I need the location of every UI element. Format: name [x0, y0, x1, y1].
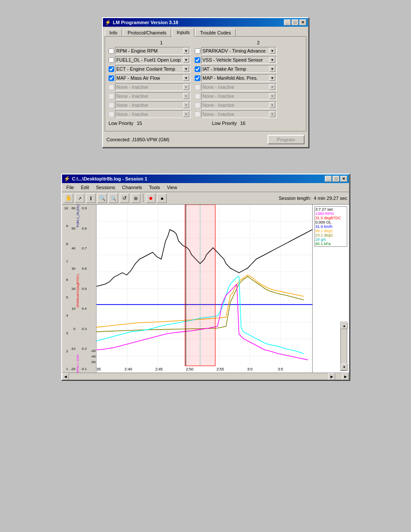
legend-panel: 3:7.27 sec 1380 RPM 31.5 degBTDC 0.000 O…	[312, 205, 349, 373]
toolbar-separator1	[143, 194, 143, 202]
input-row-1: FUEL1_OL - Fuel1 Open Loop ▼ VSS - Vehic…	[109, 56, 302, 64]
legend-rpm: 1380 RPM	[315, 212, 346, 216]
menu-channels[interactable]: Channels	[119, 184, 144, 191]
program-button[interactable]: Program	[268, 135, 305, 144]
log-maximize-button[interactable]: □	[333, 176, 339, 182]
checkbox-row2-col1[interactable]	[109, 66, 114, 72]
tab-info[interactable]: Info	[105, 29, 122, 36]
checkbox-row4-col1[interactable]	[109, 84, 114, 90]
chart-main: 35 2:40 2:45 2:50 2:55 3:0 3:5	[97, 205, 312, 373]
priority2-label: Low Priority	[212, 121, 237, 126]
dropdown-row4-col1[interactable]: None - Inactive ▼	[115, 83, 190, 91]
menu-edit[interactable]: Edit	[78, 184, 92, 191]
session-length: Session length: 4 min 29.27 sec	[279, 196, 347, 201]
input-row-0: RPM - Engine RPM ▼ SPARKADV - Timing Adv…	[109, 47, 302, 55]
dropdown-row3-col2-text: MAP - Manifold Abs. Pres.	[202, 75, 269, 81]
legend-scrollbar[interactable]: ▲ ▼	[340, 322, 347, 371]
toolbar-hand[interactable]: ✋	[64, 193, 73, 203]
legend-sparkadv: 31.5 degBTDC	[315, 216, 346, 220]
tab-protocol-channels[interactable]: Protocol/Channels	[123, 29, 171, 36]
dropdown-row0-col2[interactable]: SPARKADV - Timing Advance ▼	[201, 47, 277, 55]
dropdown-row7-col1[interactable]: None - Inactive ▼	[115, 110, 190, 118]
checkbox-row3-col2[interactable]	[195, 75, 200, 81]
checkbox-row6-col1[interactable]	[109, 103, 114, 108]
priority2-section: Low Priority 16	[212, 121, 302, 126]
priority1-value: 15	[137, 121, 142, 126]
checkbox-row6-col2[interactable]	[195, 103, 200, 108]
checkbox-row4-col2[interactable]	[195, 84, 200, 90]
session-length-label: Session length:	[279, 196, 311, 201]
dropdown-row1-col1[interactable]: FUEL1_OL - Fuel1 Open Loop ▼	[115, 56, 190, 64]
log-app-icon: ⚡	[64, 176, 70, 182]
legend-ect: 90.1 degC	[315, 229, 346, 233]
menu-sessions[interactable]: Sessions	[93, 184, 118, 191]
checkbox-row3-col1[interactable]	[109, 75, 114, 81]
dropdown-row7-col1-text: None - Inactive	[116, 112, 183, 117]
legend-scrollable[interactable]: 3:7.27 sec 1380 RPM 31.5 degBTDC 0.000 O…	[314, 206, 347, 247]
toolbar-record[interactable]: ●	[146, 193, 156, 203]
dropdown-row6-col1[interactable]: None - Inactive ▼	[115, 101, 190, 109]
svg-text:3:0: 3:0	[247, 367, 253, 371]
programmer-title: LM Programmer Version 3.18	[113, 20, 178, 25]
scroll-up-btn[interactable]: ▲	[341, 322, 348, 329]
toolbar-info[interactable]: I	[86, 193, 96, 203]
checkbox-row1-col1[interactable]	[109, 57, 114, 63]
dropdown-row5-col2[interactable]: None - Inactive ▼	[201, 92, 277, 100]
menu-tools[interactable]: Tools	[146, 184, 163, 191]
toolbar-cursor[interactable]: ↗	[75, 193, 84, 203]
dropdown-row0-col1[interactable]: RPM - Engine RPM ▼	[115, 47, 190, 55]
tab-trouble-codes[interactable]: Trouble Codes	[195, 29, 236, 36]
toolbar-zoom-out[interactable]: 🔍	[109, 193, 118, 203]
dropdown-row7-col2[interactable]: None - Inactive ▼	[201, 110, 277, 118]
dropdown-row5-col1[interactable]: None - Inactive ▼	[115, 92, 190, 100]
dropdown-row3-col1[interactable]: MAF - Mass Air Flow ▼	[115, 74, 190, 82]
dropdown-row4-col2[interactable]: None - Inactive ▼	[201, 83, 277, 91]
h-scrollbar[interactable]: ◀ ▶ ▶	[62, 373, 349, 380]
log-title-bar[interactable]: ⚡ C:\...\Desktop\tr8b.log - Session 1 _ …	[62, 174, 349, 183]
menu-view[interactable]: View	[165, 184, 180, 191]
dropdown-arrow: ▼	[269, 48, 275, 54]
dropdown-row1-col1-text: FUEL1_OL - Fuel1 Open Loop	[116, 57, 183, 62]
dropdown-row3-col1-text: MAF - Mass Air Flow	[116, 75, 183, 81]
toolbar-zoom-in[interactable]: 🔍	[97, 193, 107, 203]
minimize-button[interactable]: _	[284, 19, 291, 25]
dropdown-row6-col1-text: None - Inactive	[116, 103, 183, 108]
checkbox-row7-col1[interactable]	[109, 112, 114, 117]
scroll-right-btn-main[interactable]: ▶	[328, 373, 335, 380]
checkbox-row5-col2[interactable]	[195, 93, 200, 99]
maximize-button[interactable]: □	[292, 19, 299, 25]
scroll-track	[341, 329, 347, 364]
dropdown-arrow: ▼	[269, 66, 275, 72]
dropdown-row7-col2-text: None - Inactive	[202, 112, 269, 117]
input-row-6: None - Inactive ▼ None - Inactive ▼	[109, 101, 302, 109]
checkbox-row1-col2[interactable]	[195, 57, 200, 63]
checkbox-row2-col2[interactable]	[195, 66, 200, 72]
log-minimize-button[interactable]: _	[325, 176, 332, 182]
session-length-value: 4 min 29.27 sec	[314, 196, 347, 201]
tab-inputs[interactable]: Inputs	[172, 28, 194, 37]
h-scroll-spacer	[335, 373, 342, 380]
programmer-window: ⚡ LM Programmer Version 3.18 _ □ ✕ Info …	[102, 17, 309, 148]
programmer-title-bar[interactable]: ⚡ LM Programmer Version 3.18 _ □ ✕	[103, 18, 308, 27]
checkbox-row0-col2[interactable]	[195, 48, 200, 54]
close-button[interactable]: ✕	[299, 19, 306, 25]
dropdown-row2-col2[interactable]: IAT - Intake Air Temp ▼	[201, 65, 277, 73]
column1-header: 1	[109, 40, 206, 45]
checkbox-row0-col1[interactable]	[109, 48, 114, 54]
log-close-button[interactable]: ✕	[340, 176, 347, 182]
dropdown-row1-col2[interactable]: VSS - Vehicle Speed Sensor ▼	[201, 56, 277, 64]
menu-file[interactable]: File	[64, 184, 77, 191]
scroll-left-btn[interactable]: ◀	[62, 373, 69, 380]
dropdown-row3-col2[interactable]: MAP - Manifold Abs. Pres. ▼	[201, 74, 277, 82]
scroll-down-btn[interactable]: ▼	[341, 364, 348, 370]
toolbar-grid[interactable]: ⊞	[131, 193, 140, 203]
dropdown-row1-col2-text: VSS - Vehicle Speed Sensor	[202, 57, 269, 62]
input-row-5: None - Inactive ▼ None - Inactive ▼	[109, 92, 302, 100]
scroll-right-btn-legend[interactable]: ▶	[342, 373, 349, 380]
dropdown-row2-col1[interactable]: ECT - Engine Coolant Temp ▼	[115, 65, 190, 73]
toolbar-undo[interactable]: ↺	[120, 193, 129, 203]
checkbox-row5-col1[interactable]	[109, 93, 114, 99]
toolbar-stop[interactable]: ■	[157, 193, 167, 203]
checkbox-row7-col2[interactable]	[195, 112, 200, 117]
dropdown-row6-col2[interactable]: None - Inactive ▼	[201, 101, 277, 109]
